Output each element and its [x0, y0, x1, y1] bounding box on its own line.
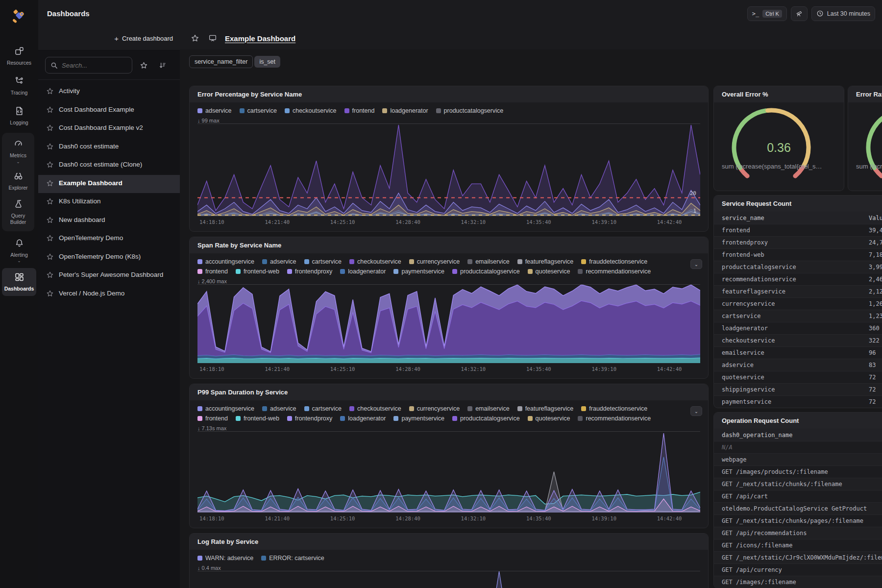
legend-item[interactable]: cartservice	[304, 258, 342, 265]
favorites-filter-button[interactable]	[136, 58, 151, 73]
table-row[interactable]: GET /icons/:filename	[714, 539, 882, 551]
legend-collapse-button[interactable]: ⌄	[690, 406, 702, 416]
time-range-button[interactable]: Last 30 minutes	[811, 6, 875, 21]
table-row[interactable]: featureflagservice2,12	[714, 285, 882, 297]
star-icon[interactable]	[46, 216, 54, 226]
legend-collapse-button[interactable]: ⌄	[690, 259, 702, 269]
table-row[interactable]: shippingservice72	[714, 383, 882, 395]
create-dashboard-button[interactable]: + Create dashboard	[114, 34, 173, 43]
star-icon[interactable]	[46, 142, 54, 153]
legend-item[interactable]: featureflagservice	[517, 405, 574, 412]
star-icon[interactable]	[46, 197, 54, 208]
legend-item[interactable]: recommendationservice	[578, 415, 651, 422]
legend-item[interactable]: checkoutservice	[349, 258, 401, 265]
legend-item[interactable]: adservice	[197, 107, 232, 114]
legend-item[interactable]: adservice	[262, 258, 296, 265]
legend-item[interactable]: frontend	[197, 268, 228, 275]
rail-item-dashboards[interactable]: Dashboards	[2, 268, 36, 296]
table-row[interactable]: GET /_next/static/chunks/pages/:filename	[714, 514, 882, 527]
legend-item[interactable]: quoteservice	[528, 268, 570, 275]
table-row[interactable]: GET /images/:filename	[714, 576, 882, 588]
legend-item[interactable]: paymentservice	[393, 268, 444, 275]
legend-item[interactable]: paymentservice	[393, 415, 444, 422]
legend-item[interactable]: frauddetectionservice	[581, 258, 647, 265]
table-row[interactable]: GET /api/cart	[714, 490, 882, 502]
rail-item-explorer[interactable]: Explorer	[3, 167, 33, 195]
table-row[interactable]: frontend-web7,18	[714, 248, 882, 261]
search-input[interactable]	[62, 62, 121, 69]
rail-item-resources[interactable]: Resources	[2, 42, 36, 70]
table-row[interactable]: GET /api/recommendations	[714, 527, 882, 539]
table-row[interactable]: checkoutservice322	[714, 334, 882, 346]
table-row[interactable]: paymentservice72	[714, 395, 882, 408]
star-icon[interactable]	[46, 252, 54, 263]
legend-item[interactable]: cartservice	[304, 405, 342, 412]
sidebar-item-opentelemetry-demo[interactable]: OpenTelemetry Demo	[38, 230, 180, 248]
legend-item[interactable]: accountingservice	[197, 405, 254, 412]
table-row[interactable]: frontendproxy24,7	[714, 236, 882, 248]
legend-item[interactable]: frontend-web	[236, 268, 279, 275]
star-icon[interactable]	[46, 160, 54, 171]
legend-item[interactable]: currencyservice	[409, 258, 460, 265]
star-icon[interactable]	[46, 289, 54, 300]
rail-item-metrics[interactable]: Metrics⌄	[3, 135, 33, 167]
legend-item[interactable]: frontendproxy	[287, 268, 332, 275]
search-box[interactable]	[45, 57, 132, 74]
star-icon[interactable]	[46, 87, 54, 98]
sidebar-item-cost-dashboard-example[interactable]: Cost Dashboard Example	[38, 101, 180, 120]
sort-button[interactable]	[155, 58, 170, 73]
legend-item[interactable]: loadgenerator	[340, 268, 386, 275]
filter-key-chip[interactable]: service_name_filter	[189, 55, 253, 68]
sidebar-item-new-dashboard[interactable]: New dashboard	[38, 212, 180, 230]
table-row[interactable]: GET /_next/static/chunks/:filename	[714, 478, 882, 490]
legend-item[interactable]: frontend	[344, 107, 375, 114]
legend-item[interactable]: adservice	[262, 405, 296, 412]
legend-item[interactable]: currencyservice	[409, 405, 460, 412]
filter-op-chip[interactable]: is_set	[254, 56, 280, 68]
spotlight-telescope-button[interactable]	[791, 6, 808, 21]
sidebar-item-example-dashboard[interactable]: Example Dashboard	[38, 175, 180, 194]
star-icon[interactable]	[46, 270, 54, 281]
legend-item[interactable]: recommendationservice	[578, 268, 651, 275]
table-row[interactable]: loadgenerator360	[714, 322, 882, 334]
present-dashboard-button[interactable]	[207, 33, 218, 44]
table-row[interactable]: adservice83	[714, 359, 882, 371]
legend-item[interactable]: frontend	[197, 415, 228, 422]
table-row[interactable]: cartservice1,23	[714, 310, 882, 322]
legend-item[interactable]: featureflagservice	[517, 258, 574, 265]
legend-item[interactable]: ERROR: cartservice	[261, 555, 324, 562]
rail-item-logging[interactable]: Logging	[2, 102, 36, 130]
rail-item-query-builder[interactable]: Query Builder	[3, 195, 33, 229]
rail-item-alerting[interactable]: Alerting⌄	[2, 234, 36, 266]
legend-item[interactable]: WARN: adservice	[197, 555, 253, 562]
dash0-logo[interactable]	[8, 6, 30, 27]
legend-item[interactable]: productcatalogservice	[452, 415, 520, 422]
sidebar-item-opentelemetry-demo-k8s-[interactable]: OpenTelemetry Demo (K8s)	[38, 248, 180, 267]
table-row[interactable]: emailservice96	[714, 346, 882, 359]
star-icon[interactable]	[46, 234, 54, 245]
sidebar-item-dash0-cost-estimate-clone-[interactable]: Dash0 cost estimate (Clone)	[38, 156, 180, 175]
legend-item[interactable]: emailservice	[467, 405, 509, 412]
rail-item-tracing[interactable]: Tracing	[2, 72, 36, 100]
table-row[interactable]: frontend39,4	[714, 224, 882, 236]
legend-item[interactable]: cartservice	[240, 107, 277, 114]
sidebar-item-vercel-node-js-demo[interactable]: Vercel / Node.js Demo	[38, 285, 180, 304]
table-row[interactable]: GET /api/currency	[714, 564, 882, 576]
table-row[interactable]: oteldemo.ProductCatalogService GetProduc…	[714, 502, 882, 514]
table-row[interactable]: quoteservice72	[714, 371, 882, 383]
legend-item[interactable]: loadgenerator	[382, 107, 428, 114]
table-row[interactable]: GET /_next/static/CJr9clXO0WXMduPmIjdez/…	[714, 551, 882, 564]
legend-item[interactable]: frontend-web	[236, 415, 279, 422]
table-row[interactable]: N/A	[714, 441, 882, 453]
favorite-dashboard-button[interactable]	[190, 33, 200, 44]
star-icon[interactable]	[46, 179, 54, 190]
sidebar-item-peter-s-super-awesome-dashboard[interactable]: Peter's Super Awesome Dashboard	[38, 267, 180, 285]
dashboard-title[interactable]: Example Dashboard	[225, 34, 295, 43]
sidebar-item-cost-dashboard-example-v2[interactable]: Cost Dashboard Example v2	[38, 120, 180, 138]
legend-item[interactable]: frontendproxy	[287, 415, 332, 422]
legend-item[interactable]: frauddetectionservice	[581, 405, 647, 412]
legend-item[interactable]: checkoutservice	[349, 405, 401, 412]
table-row[interactable]: productcatalogservice3,99	[714, 261, 882, 273]
legend-item[interactable]: emailservice	[467, 258, 509, 265]
sidebar-item-activity[interactable]: Activity	[38, 83, 180, 101]
